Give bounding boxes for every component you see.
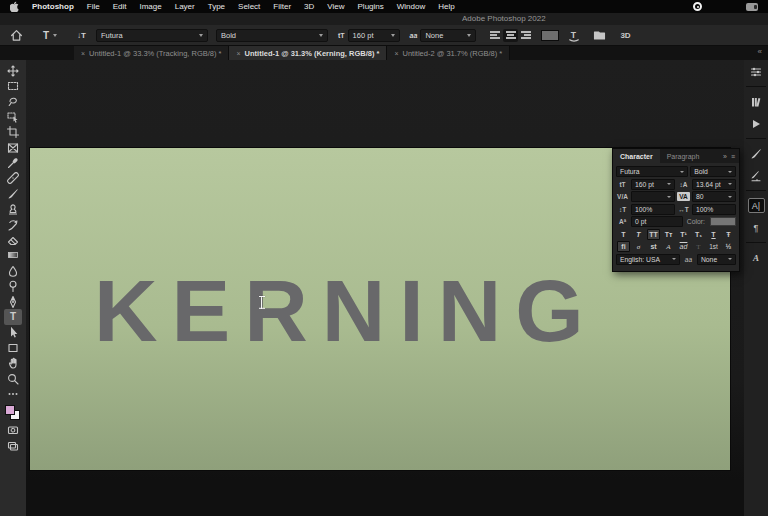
path-selection-tool[interactable] bbox=[4, 325, 22, 340]
align-left-icon[interactable] bbox=[488, 29, 503, 42]
menu-filter[interactable]: Filter bbox=[273, 2, 291, 11]
toggle-panels-icon[interactable] bbox=[593, 29, 606, 41]
close-icon[interactable]: × bbox=[81, 50, 85, 57]
adjustments-icon[interactable] bbox=[748, 64, 765, 79]
menu-layer[interactable]: Layer bbox=[175, 2, 195, 11]
cp-size-select[interactable]: 160 pt bbox=[631, 179, 675, 190]
superscript-button[interactable]: T¹ bbox=[677, 229, 690, 240]
history-brush-tool[interactable] bbox=[4, 217, 22, 232]
subscript-button[interactable]: T₁ bbox=[692, 229, 705, 240]
brush-tool[interactable] bbox=[4, 186, 22, 201]
blur-tool[interactable] bbox=[4, 263, 22, 278]
tab-untitled-1-tracking[interactable]: × Untitled-1 @ 33.3% (Tracking, RGB/8) * bbox=[74, 46, 229, 60]
character-panel-icon[interactable]: A| bbox=[748, 198, 765, 213]
menu-view[interactable]: View bbox=[327, 2, 344, 11]
libraries-icon[interactable] bbox=[748, 94, 765, 109]
color-swatches[interactable] bbox=[4, 404, 22, 421]
titling-alternates-button[interactable]: T bbox=[692, 241, 705, 252]
edit-toolbar-icon[interactable] bbox=[4, 386, 22, 401]
tab-untitled-1-kerning[interactable]: × Untitled-1 @ 31.3% (Kerning, RGB/8) * bbox=[229, 46, 387, 60]
menu-edit[interactable]: Edit bbox=[113, 2, 127, 11]
foreground-color-swatch[interactable] bbox=[5, 405, 15, 415]
cp-tracking-select[interactable]: 80 bbox=[692, 191, 736, 202]
paragraph-panel-icon[interactable]: ¶ bbox=[748, 220, 765, 235]
type-tool-preset-icon[interactable]: T bbox=[43, 30, 57, 41]
font-size-select[interactable]: 160 pt bbox=[348, 29, 400, 42]
menu-3d[interactable]: 3D bbox=[304, 2, 314, 11]
brush-settings-icon[interactable] bbox=[748, 168, 765, 183]
cp-leading-select[interactable]: 13.64 pt bbox=[692, 179, 736, 190]
cp-vertical-scale-field[interactable]: 100% bbox=[631, 204, 675, 215]
cp-kerning-select[interactable] bbox=[631, 191, 675, 202]
menu-image[interactable]: Image bbox=[139, 2, 161, 11]
tab-character[interactable]: Character bbox=[613, 149, 660, 163]
discretionary-ligatures-button[interactable]: st bbox=[647, 241, 660, 252]
screen-record-icon[interactable] bbox=[693, 2, 702, 11]
cp-anti-alias-select[interactable]: None bbox=[697, 254, 736, 265]
font-family-select[interactable]: Futura bbox=[96, 29, 208, 42]
clone-stamp-tool[interactable] bbox=[4, 202, 22, 217]
tab-overflow-icon[interactable]: « bbox=[758, 46, 768, 60]
healing-brush-tool[interactable] bbox=[4, 171, 22, 186]
move-tool[interactable] bbox=[4, 63, 22, 78]
menu-window[interactable]: Window bbox=[397, 2, 425, 11]
faux-italic-button[interactable]: T bbox=[632, 229, 645, 240]
canvas-text-kerning[interactable]: KERNING bbox=[94, 260, 598, 362]
screen-mode-icon[interactable] bbox=[4, 438, 22, 453]
gradient-tool[interactable] bbox=[4, 248, 22, 263]
panel-menu-icon[interactable]: ≡ bbox=[731, 149, 739, 163]
close-icon[interactable]: × bbox=[236, 50, 240, 57]
cp-horizontal-scale-field[interactable]: 100% bbox=[692, 204, 736, 215]
cp-font-style-select[interactable]: Bold bbox=[690, 166, 736, 177]
rectangle-tool[interactable] bbox=[4, 340, 22, 355]
menu-type[interactable]: Type bbox=[208, 2, 225, 11]
menu-photoshop[interactable]: Photoshop bbox=[32, 2, 74, 11]
eraser-tool[interactable] bbox=[4, 232, 22, 247]
menu-plugins[interactable]: Plugins bbox=[358, 2, 384, 11]
3d-button[interactable]: 3D bbox=[620, 31, 630, 40]
fractions-button[interactable]: ½ bbox=[722, 241, 735, 252]
text-color-swatch[interactable] bbox=[541, 30, 559, 41]
close-icon[interactable]: × bbox=[394, 50, 398, 57]
brushes-panel-icon[interactable] bbox=[748, 146, 765, 161]
lasso-tool[interactable] bbox=[4, 94, 22, 109]
align-right-icon[interactable] bbox=[518, 29, 533, 42]
eyedropper-tool[interactable] bbox=[4, 155, 22, 170]
strikethrough-button[interactable]: Ŧ bbox=[722, 229, 735, 240]
cp-color-swatch[interactable] bbox=[710, 217, 736, 226]
apple-logo-icon[interactable] bbox=[10, 1, 19, 12]
crop-tool[interactable] bbox=[4, 125, 22, 140]
pen-tool[interactable] bbox=[4, 294, 22, 309]
faux-bold-button[interactable]: T bbox=[617, 229, 630, 240]
cp-baseline-field[interactable]: 0 pt bbox=[631, 216, 683, 227]
dodge-tool[interactable] bbox=[4, 278, 22, 293]
swash-button[interactable]: A bbox=[662, 241, 675, 252]
contextual-alternates-button[interactable]: σ bbox=[632, 241, 645, 252]
menu-select[interactable]: Select bbox=[238, 2, 260, 11]
stylistic-alternates-button[interactable]: ad bbox=[677, 241, 690, 252]
tab-paragraph[interactable]: Paragraph bbox=[660, 149, 707, 163]
warp-text-icon[interactable]: T bbox=[567, 29, 581, 42]
home-icon[interactable] bbox=[10, 29, 23, 42]
marquee-tool[interactable] bbox=[4, 78, 22, 93]
object-selection-tool[interactable] bbox=[4, 109, 22, 124]
tab-untitled-2[interactable]: × Untitled-2 @ 31.7% (RGB/8) * bbox=[387, 46, 510, 60]
underline-button[interactable]: T bbox=[707, 229, 720, 240]
frame-tool[interactable] bbox=[4, 140, 22, 155]
anti-alias-select[interactable]: None bbox=[420, 29, 476, 42]
align-center-icon[interactable] bbox=[503, 29, 518, 42]
font-style-select[interactable]: Bold bbox=[216, 29, 328, 42]
standard-ligatures-button[interactable]: fi bbox=[617, 241, 630, 252]
zoom-tool[interactable] bbox=[4, 371, 22, 386]
glyphs-panel-icon[interactable]: A bbox=[748, 250, 765, 265]
cp-font-family-select[interactable]: Futura bbox=[616, 166, 688, 177]
type-tool[interactable]: T bbox=[4, 309, 22, 324]
ordinals-button[interactable]: 1st bbox=[707, 241, 720, 252]
small-caps-button[interactable]: Tᴛ bbox=[662, 229, 675, 240]
language-select[interactable]: English: USA bbox=[616, 254, 680, 265]
actions-play-icon[interactable] bbox=[748, 116, 765, 131]
hand-tool[interactable] bbox=[4, 355, 22, 370]
menu-help[interactable]: Help bbox=[438, 2, 454, 11]
all-caps-button[interactable]: TT bbox=[647, 229, 660, 240]
text-orientation-icon[interactable]: ↓T bbox=[77, 31, 86, 40]
